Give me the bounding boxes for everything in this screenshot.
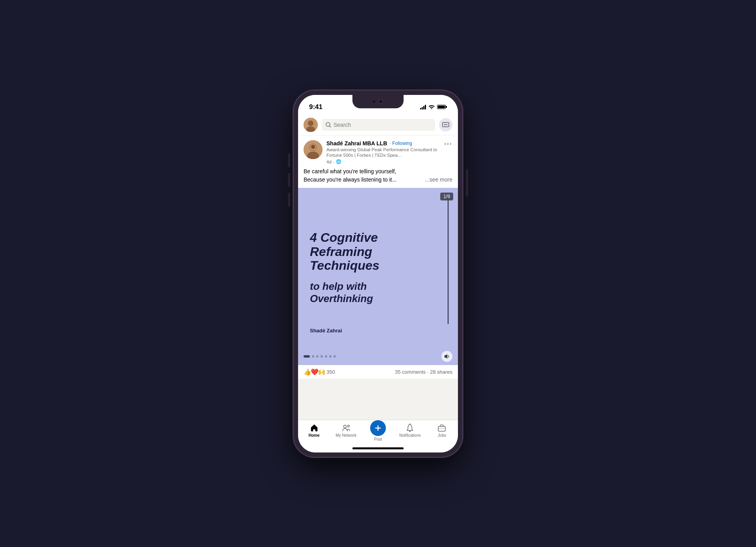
search-placeholder: Search xyxy=(334,122,351,128)
separator: · xyxy=(427,369,430,375)
post-subtitle: Award-winning Global Peak Performance Co… xyxy=(326,147,440,159)
jobs-icon xyxy=(437,423,446,432)
carousel-dots xyxy=(304,355,336,358)
post-author-avatar[interactable] xyxy=(304,140,322,159)
post-card: Shadé Zahrai MBA LLB · Following Award-w… xyxy=(298,135,458,380)
jobs-label: Jobs xyxy=(438,433,446,438)
reactions[interactable]: 👍 ❤️ 🙌 350 xyxy=(304,368,335,376)
post-media-carousel[interactable]: 1/9 4 Cognitive Reframing Techniques to … xyxy=(298,188,458,348)
front-camera xyxy=(378,99,383,104)
slide-counter: 1/9 xyxy=(440,193,453,200)
post-time: 4d · 🌐 xyxy=(326,159,440,164)
nav-my-network[interactable]: My Network xyxy=(330,423,362,438)
author-row: Shadé Zahrai MBA LLB · Following xyxy=(326,140,440,146)
card-subtitle: to help with Overthinking xyxy=(310,280,446,305)
svg-point-15 xyxy=(347,425,349,427)
svg-rect-17 xyxy=(438,426,445,431)
post-label: Post xyxy=(374,437,382,441)
status-icons xyxy=(420,104,447,110)
dot-3 xyxy=(316,355,319,358)
carousel-controls xyxy=(298,348,458,365)
post-body-text: Be careful what you're telling yourself,… xyxy=(298,167,458,188)
notch xyxy=(352,95,404,108)
user-avatar[interactable] xyxy=(304,118,318,132)
post-stats: 👍 ❤️ 🙌 350 35 comments · 28 shares xyxy=(298,365,458,379)
svg-marker-13 xyxy=(445,354,447,359)
messaging-button[interactable] xyxy=(439,118,452,132)
post-button-circle[interactable] xyxy=(370,420,386,436)
dot-7 xyxy=(334,355,336,358)
separator-dot: · xyxy=(333,159,334,164)
reaction-emojis: 👍 ❤️ 🙌 xyxy=(304,368,325,376)
signal-bar-1 xyxy=(420,108,421,109)
volume-icon xyxy=(444,354,450,359)
post-header: Shadé Zahrai MBA LLB · Following Award-w… xyxy=(298,135,458,168)
svg-point-6 xyxy=(445,124,446,125)
dot-4 xyxy=(321,355,323,358)
visibility-icon: 🌐 xyxy=(336,159,341,164)
svg-point-12 xyxy=(311,145,315,149)
love-emoji: ❤️ xyxy=(311,368,319,376)
notifications-icon xyxy=(406,423,414,432)
svg-point-7 xyxy=(447,124,447,125)
svg-point-5 xyxy=(444,124,445,125)
svg-point-1 xyxy=(308,121,313,126)
wifi-icon xyxy=(428,104,435,110)
signal-bar-3 xyxy=(423,106,424,109)
card-author: Shadé Zahrai xyxy=(310,328,342,334)
see-more-link[interactable]: ...see more xyxy=(425,176,452,184)
svg-point-16 xyxy=(410,423,411,425)
more-dots: ··· xyxy=(444,140,452,148)
top-bar: Search xyxy=(298,115,458,135)
dot-5 xyxy=(325,355,327,358)
notifications-label: Notifications xyxy=(399,433,421,438)
status-time: 9:41 xyxy=(309,103,322,111)
dot-2 xyxy=(312,355,314,358)
comments-shares: 35 comments · 28 shares xyxy=(395,369,452,375)
clap-emoji: 🙌 xyxy=(318,368,326,376)
my-network-icon xyxy=(342,423,350,432)
following-label[interactable]: · Following xyxy=(389,141,412,146)
home-indicator-bar xyxy=(352,447,404,449)
signal-bar-4 xyxy=(425,105,426,109)
nav-post[interactable]: Post xyxy=(362,423,394,441)
svg-point-14 xyxy=(343,425,346,428)
card-main-title: 4 Cognitive Reframing Techniques xyxy=(310,231,446,273)
bottom-navigation: Home My Network xyxy=(298,420,458,452)
card-slide-1: 4 Cognitive Reframing Techniques to help… xyxy=(298,188,458,348)
battery-icon xyxy=(437,105,447,109)
home-icon xyxy=(310,423,319,432)
post-plus-icon xyxy=(374,425,382,432)
post-author-name: Shadé Zahrai MBA LLB xyxy=(326,140,387,146)
app-content: Search xyxy=(298,115,458,452)
search-bar[interactable]: Search xyxy=(322,119,435,131)
nav-notifications[interactable]: Notifications xyxy=(394,423,426,438)
search-icon xyxy=(326,122,331,128)
dot-6 xyxy=(329,355,332,358)
nav-jobs[interactable]: Jobs xyxy=(426,423,458,438)
volume-button[interactable] xyxy=(441,351,452,362)
phone-frame: 9:41 xyxy=(293,90,463,457)
reactions-count: 350 xyxy=(326,369,335,375)
dot-1 xyxy=(304,355,310,358)
messaging-icon xyxy=(442,122,449,128)
post-meta: Shadé Zahrai MBA LLB · Following Award-w… xyxy=(326,140,440,165)
signal-icon xyxy=(420,105,426,109)
phone-screen: 9:41 xyxy=(298,95,458,452)
feed[interactable]: Shadé Zahrai MBA LLB · Following Award-w… xyxy=(298,135,458,420)
my-network-label: My Network xyxy=(335,433,356,438)
post-more-button[interactable]: ··· xyxy=(444,140,452,148)
card-border xyxy=(448,197,448,324)
like-emoji: 👍 xyxy=(304,368,311,376)
home-label: Home xyxy=(309,433,320,438)
comments-count[interactable]: 35 comments xyxy=(395,369,426,375)
signal-bar-2 xyxy=(422,107,423,109)
shares-count[interactable]: 28 shares xyxy=(430,369,452,375)
nav-home[interactable]: Home xyxy=(298,423,330,438)
avatar-image xyxy=(304,118,318,132)
front-sensor xyxy=(373,100,375,103)
